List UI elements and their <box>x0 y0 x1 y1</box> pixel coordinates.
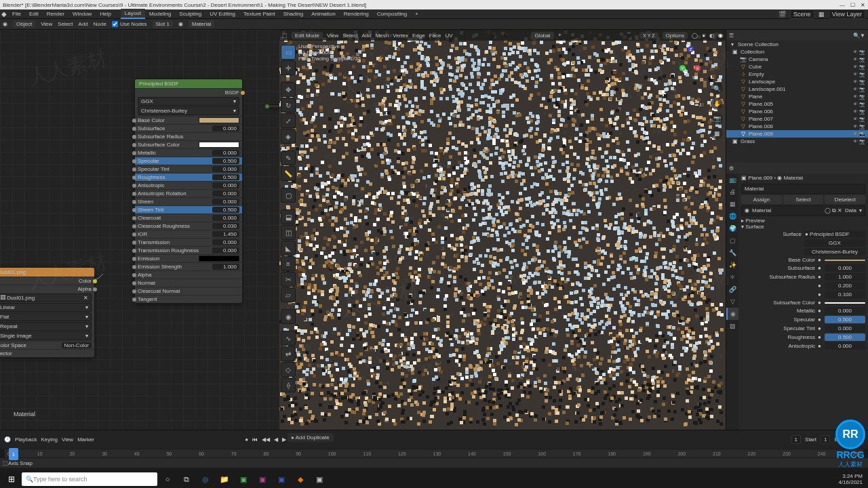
ol-item[interactable]: ▽Plane.008👁 📷 <box>726 123 868 130</box>
tl-cursor[interactable]: 1 <box>9 448 18 460</box>
editor-type-icon[interactable]: ◉ <box>3 21 7 27</box>
nav-gizmo[interactable]: X Y Z <box>674 45 707 77</box>
camera-icon[interactable]: 📷 <box>711 113 723 125</box>
tl-start[interactable]: 1 <box>821 435 830 444</box>
tl-jumpstart-icon[interactable]: ⏮ <box>252 436 258 443</box>
tex-src[interactable]: Single Image▾ <box>0 331 92 340</box>
maximize-icon[interactable]: ☐ <box>850 2 855 8</box>
bsdf-clearcoat[interactable]: Clearcoat0.000 <box>135 214 242 222</box>
tool-shrink[interactable]: ◇ <box>281 362 296 377</box>
vh-add[interactable]: Add <box>361 33 371 39</box>
tab-world[interactable]: 🌍 <box>726 222 738 235</box>
tool-measure[interactable]: 📏 <box>281 166 296 181</box>
shading-solid-icon[interactable]: ● <box>702 33 705 39</box>
ws-render[interactable]: Rendering <box>340 9 373 18</box>
bsdf-emission[interactable]: Emission <box>135 254 242 262</box>
start-button[interactable]: ⊞ <box>3 470 20 488</box>
ol-item[interactable]: ▽Plane.005👁 📷 <box>726 100 868 108</box>
nh-add[interactable]: Add <box>79 21 88 27</box>
filter-icon[interactable]: ▼ <box>860 33 865 39</box>
tl-playrev-icon[interactable]: ◀ <box>274 436 278 443</box>
ws-sculpting[interactable]: Sculpting <box>175 9 205 18</box>
ol-item[interactable]: ▽Cube👁 📷 <box>726 63 868 70</box>
tab-object[interactable]: ▢ <box>726 235 738 247</box>
tb-blender-icon[interactable]: ◆ <box>292 472 309 487</box>
material-slot[interactable]: Material <box>741 184 865 194</box>
shading-render-icon[interactable]: ◉ <box>718 33 723 39</box>
tb-cortana-icon[interactable]: ○ <box>159 472 176 487</box>
bsdf-metallic[interactable]: Metallic0.000 <box>135 148 242 157</box>
tb-app2-icon[interactable]: ▣ <box>254 472 271 487</box>
zoom-icon[interactable]: 🔍 <box>711 83 723 95</box>
prop-row[interactable]: Anisotropic●0.000 <box>741 342 865 350</box>
viewlayer-field[interactable]: View Layer <box>829 9 865 19</box>
menu-render[interactable]: Render <box>43 9 68 18</box>
hand-icon[interactable]: ✋ <box>711 98 723 110</box>
tb-app4-icon[interactable]: ▣ <box>311 472 328 487</box>
prop-row[interactable]: Specular Tint●0.000 <box>741 324 865 333</box>
tab-material[interactable]: ◉ <box>726 308 738 320</box>
tab-texture[interactable]: ▨ <box>726 320 738 332</box>
surface-header[interactable]: ▾ Surface <box>741 224 865 230</box>
tl-view[interactable]: View <box>62 436 73 443</box>
tl-play-icon[interactable]: ▶ <box>282 436 286 443</box>
vh-uv[interactable]: UV <box>445 33 452 39</box>
close-icon[interactable]: ✕ <box>861 2 865 8</box>
menu-help[interactable]: Help <box>96 9 115 18</box>
editor-icon[interactable]: ⬚ <box>282 33 288 39</box>
props-icon[interactable]: ⚙ <box>729 165 734 171</box>
snap-icon[interactable]: ⌖ <box>558 32 561 39</box>
bsdf-subsurface-radius[interactable]: Subsurface Radius <box>135 132 242 140</box>
ol-root[interactable]: ▾ Scene Collection <box>726 41 868 48</box>
tl-keying[interactable]: Keying <box>41 436 57 443</box>
ol-item[interactable]: ▣Grass👁 📷 <box>726 138 868 145</box>
ol-item[interactable]: ▣Collection👁 📷 <box>726 48 868 56</box>
shading-matprev-icon[interactable]: ◐ <box>709 33 714 39</box>
tex-colorspace[interactable]: Color SpaceNon-Color <box>0 341 94 349</box>
search-input[interactable]: 🔍 Type here to search <box>22 472 157 486</box>
tool-smooth[interactable]: ∿ <box>281 331 296 346</box>
bsdf-clearcoat-roughness[interactable]: Clearcoat Roughness0.030 <box>135 222 242 230</box>
bsdf-sheen[interactable]: Sheen0.000 <box>135 197 242 205</box>
vh-edge[interactable]: Edge <box>412 33 425 39</box>
persp-icon[interactable]: ▦ <box>711 127 723 140</box>
node-editor[interactable]: Principled BSDF BSDF GGX▾ Christensen-Bu… <box>0 30 279 430</box>
slot-select[interactable]: Slot 1 <box>153 20 173 28</box>
bsdf-emission-strength[interactable]: Emission Strength1.000 <box>135 262 242 270</box>
outliner-icon[interactable]: ☰ <box>729 33 734 39</box>
tool-spin[interactable]: ◉ <box>281 309 296 324</box>
tex-interp[interactable]: Linear▾ <box>0 303 92 312</box>
prop-row[interactable]: ●0.200 <box>741 281 865 290</box>
tool-select[interactable]: ▭ <box>281 45 296 60</box>
prop-row[interactable]: Subsurface●0.000 <box>741 264 865 272</box>
tl-current[interactable]: 1 <box>791 435 801 444</box>
bsdf-anisotropic-rotation[interactable]: Anisotropic Rotation0.000 <box>135 189 242 197</box>
scene-field[interactable]: Scene <box>790 9 814 19</box>
tab-constraints[interactable]: 🔗 <box>726 283 738 296</box>
use-nodes-toggle[interactable]: Use Nodes <box>112 21 147 27</box>
tab-output[interactable]: 🖨 <box>726 186 738 198</box>
tex-proj[interactable]: Flat▾ <box>0 312 92 321</box>
bsdf-alpha[interactable]: Alpha <box>135 270 242 279</box>
nh-select[interactable]: Select <box>58 21 73 27</box>
vh-view[interactable]: View <box>327 33 338 39</box>
prop-row[interactable]: Metallic●0.000 <box>741 306 865 315</box>
search-icon[interactable]: 🔍 <box>853 33 860 39</box>
tab-modifiers[interactable]: 🔧 <box>726 247 738 259</box>
nh-node[interactable]: Node <box>94 21 106 27</box>
nh-view[interactable]: View <box>41 21 52 27</box>
timeline-scrubber[interactable]: 0102030405060708090100110120130140150160… <box>4 449 864 458</box>
tool-knife[interactable]: ✂ <box>281 272 296 287</box>
tb-clock[interactable]: 3:24 PM 4/16/2021 <box>838 473 865 485</box>
deselect-button[interactable]: Deselect <box>825 195 865 204</box>
bsdf-sss[interactable]: Christensen-Burley▾ <box>138 106 239 115</box>
ol-item[interactable]: 📷Camera👁 📷 <box>726 56 868 63</box>
minimize-icon[interactable]: — <box>840 2 845 8</box>
tab-viewlayer[interactable]: ▦ <box>726 198 738 210</box>
tool-annotate[interactable]: ✎ <box>281 150 296 165</box>
tex-ext[interactable]: Repeat▾ <box>0 322 92 331</box>
ol-item[interactable]: ▽Plane.007👁 📷 <box>726 115 868 123</box>
ws-comp[interactable]: Compositing <box>373 9 411 18</box>
bsdf-sheen-tint[interactable]: Sheen Tint0.500 <box>135 205 242 214</box>
bsdf-specular[interactable]: Specular0.500 <box>135 157 242 165</box>
